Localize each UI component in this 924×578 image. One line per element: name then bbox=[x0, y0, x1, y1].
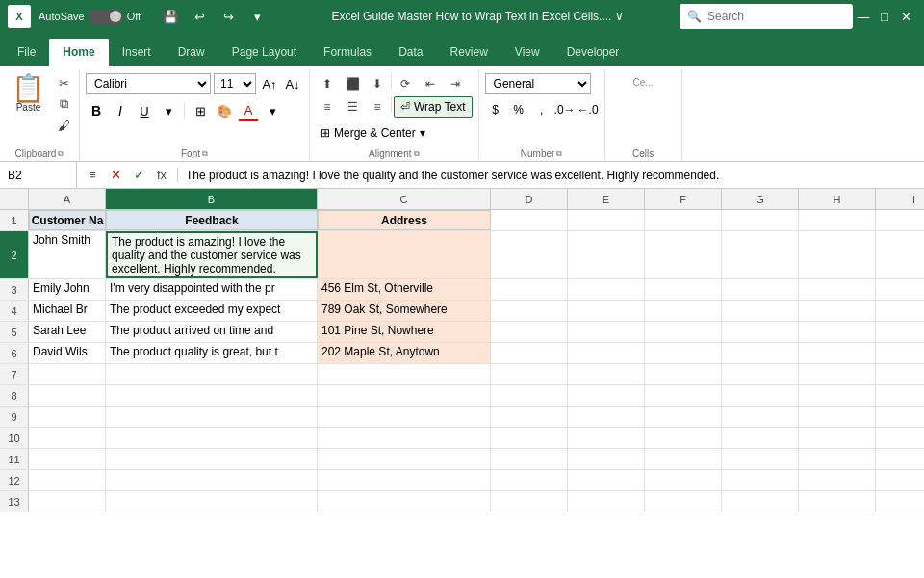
increase-font-button[interactable]: A↑ bbox=[259, 73, 280, 94]
cell-d6[interactable] bbox=[491, 343, 568, 363]
font-name-select[interactable]: Calibri bbox=[86, 73, 211, 94]
merge-center-button[interactable]: ⊞ Merge & Center ▾ bbox=[316, 122, 430, 144]
autosave-toggle[interactable] bbox=[89, 9, 123, 24]
cell-a6[interactable]: David Wils bbox=[29, 343, 106, 363]
undo-button[interactable]: ↩ bbox=[189, 6, 210, 27]
cell-d3[interactable] bbox=[491, 279, 568, 300]
cell-d4[interactable] bbox=[491, 301, 568, 321]
underline-arrow-button[interactable]: ▾ bbox=[158, 100, 179, 121]
col-header-g[interactable]: G bbox=[722, 189, 799, 209]
cell-i7[interactable] bbox=[876, 364, 924, 384]
format-painter-button[interactable]: 🖌 bbox=[54, 116, 73, 135]
indent-increase-button[interactable]: ⇥ bbox=[444, 73, 467, 94]
cell-e2[interactable] bbox=[568, 231, 645, 278]
font-size-select[interactable]: 11 bbox=[214, 73, 256, 94]
number-expand-icon[interactable]: ⧉ bbox=[556, 149, 562, 159]
tab-view[interactable]: View bbox=[501, 39, 553, 66]
cell-e4[interactable] bbox=[568, 301, 645, 321]
align-right-button[interactable]: ≡ bbox=[366, 96, 389, 118]
number-format-select[interactable]: General bbox=[485, 73, 591, 94]
confirm-formula-button[interactable]: ✓ bbox=[129, 168, 148, 182]
cell-b2[interactable]: The product is amazing! I love the quali… bbox=[106, 231, 318, 278]
cell-b7[interactable] bbox=[106, 364, 318, 384]
cell-d2[interactable] bbox=[491, 231, 568, 278]
cell-a8[interactable] bbox=[29, 385, 106, 406]
cell-g7[interactable] bbox=[722, 364, 799, 384]
col-header-f[interactable]: F bbox=[645, 189, 722, 209]
align-bottom-button[interactable]: ⬇ bbox=[366, 73, 389, 94]
tab-page-layout[interactable]: Page Layout bbox=[218, 39, 310, 66]
decrease-decimal-button[interactable]: .0→ bbox=[554, 99, 576, 120]
cell-h4[interactable] bbox=[799, 301, 876, 321]
cell-g6[interactable] bbox=[722, 343, 799, 363]
clipboard-expand-icon[interactable]: ⧉ bbox=[58, 149, 64, 159]
increase-decimal-button[interactable]: ←.0 bbox=[578, 99, 599, 120]
col-header-e[interactable]: E bbox=[568, 189, 645, 209]
minimize-button[interactable]: — bbox=[853, 6, 874, 27]
save-button[interactable]: 💾 bbox=[160, 6, 181, 27]
cell-e3[interactable] bbox=[568, 279, 645, 300]
tab-home[interactable]: Home bbox=[49, 39, 108, 66]
comma-button[interactable]: , bbox=[531, 99, 552, 120]
decrease-font-button[interactable]: A↓ bbox=[282, 73, 303, 94]
cell-c1[interactable]: Address bbox=[318, 210, 491, 230]
redo-button[interactable]: ↪ bbox=[218, 6, 239, 27]
wrap-text-button[interactable]: ⏎ Wrap Text bbox=[394, 96, 473, 118]
search-input[interactable] bbox=[707, 10, 845, 23]
col-header-i[interactable]: I bbox=[876, 189, 924, 209]
tab-draw[interactable]: Draw bbox=[165, 39, 218, 66]
cut-button[interactable]: ✂ bbox=[54, 73, 73, 92]
cell-f4[interactable] bbox=[645, 301, 722, 321]
cell-e7[interactable] bbox=[568, 364, 645, 384]
cell-c4[interactable]: 789 Oak St, Somewhere bbox=[318, 301, 491, 321]
cell-h2[interactable] bbox=[799, 231, 876, 278]
cell-e5[interactable] bbox=[568, 322, 645, 342]
cell-b8[interactable] bbox=[106, 385, 318, 406]
bold-button[interactable]: B bbox=[86, 100, 107, 121]
font-expand-icon[interactable]: ⧉ bbox=[202, 149, 208, 159]
tab-file[interactable]: File bbox=[4, 39, 49, 66]
currency-button[interactable]: $ bbox=[485, 99, 506, 120]
cell-f1[interactable] bbox=[645, 210, 722, 230]
cell-e1[interactable] bbox=[568, 210, 645, 230]
cell-a5[interactable]: Sarah Lee bbox=[29, 322, 106, 342]
cell-b1[interactable]: Feedback bbox=[106, 210, 318, 230]
tab-data[interactable]: Data bbox=[385, 39, 436, 66]
cell-a4[interactable]: Michael Br bbox=[29, 301, 106, 321]
cell-f2[interactable] bbox=[645, 231, 722, 278]
cell-i6[interactable] bbox=[876, 343, 924, 363]
tab-review[interactable]: Review bbox=[436, 39, 500, 66]
cell-g2[interactable] bbox=[722, 231, 799, 278]
name-manager-button[interactable]: ≡ bbox=[83, 168, 102, 182]
cell-f5[interactable] bbox=[645, 322, 722, 342]
cell-c5[interactable]: 101 Pine St, Nowhere bbox=[318, 322, 491, 342]
cell-i3[interactable] bbox=[876, 279, 924, 300]
cell-h5[interactable] bbox=[799, 322, 876, 342]
cell-i1[interactable] bbox=[876, 210, 924, 230]
cell-g5[interactable] bbox=[722, 322, 799, 342]
borders-button[interactable]: ⊞ bbox=[190, 100, 211, 121]
col-header-h[interactable]: H bbox=[799, 189, 876, 209]
underline-button[interactable]: U bbox=[134, 100, 155, 121]
cell-reference-box[interactable]: B2 bbox=[0, 162, 77, 188]
cell-i4[interactable] bbox=[876, 301, 924, 321]
cell-b4[interactable]: The product exceeded my expect bbox=[106, 301, 318, 321]
align-left-button[interactable]: ≡ bbox=[316, 96, 339, 118]
tab-insert[interactable]: Insert bbox=[109, 39, 165, 66]
tab-formulas[interactable]: Formulas bbox=[310, 39, 385, 66]
cell-a1[interactable]: Customer Na bbox=[29, 210, 106, 230]
cell-h6[interactable] bbox=[799, 343, 876, 363]
cell-d5[interactable] bbox=[491, 322, 568, 342]
cell-f6[interactable] bbox=[645, 343, 722, 363]
cell-i5[interactable] bbox=[876, 322, 924, 342]
cell-i2[interactable] bbox=[876, 231, 924, 278]
font-color-button[interactable]: A bbox=[238, 100, 259, 121]
cell-g4[interactable] bbox=[722, 301, 799, 321]
tab-developer[interactable]: Developer bbox=[553, 39, 633, 66]
italic-button[interactable]: I bbox=[110, 100, 131, 121]
cancel-formula-button[interactable]: ✕ bbox=[106, 168, 125, 182]
cell-c7[interactable] bbox=[318, 364, 491, 384]
cell-h7[interactable] bbox=[799, 364, 876, 384]
maximize-button[interactable]: □ bbox=[874, 6, 895, 27]
cell-h3[interactable] bbox=[799, 279, 876, 300]
